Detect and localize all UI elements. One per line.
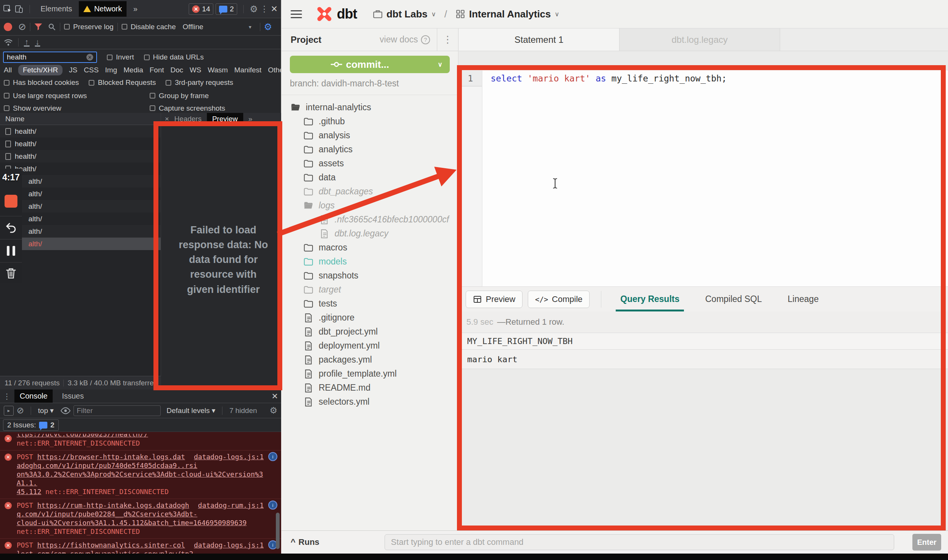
editor-tab-dbt-log-legacy[interactable]: dbt.log.legacy (619, 28, 780, 51)
type-filter-manifest[interactable]: Manifest (234, 66, 261, 74)
commit-button[interactable]: commit... ∨ (290, 56, 450, 73)
console-error-entry[interactable]: ✕▶POST https://browser-http-intake.logs.… (0, 451, 281, 499)
console-kebab-icon[interactable]: ⋮ (3, 392, 11, 401)
request-url-link[interactable]: on%3A3.0.2%2Cenv%3Aprod%2Cservice%3Adbt-… (17, 470, 263, 487)
tree-item-packages.yml[interactable]: packages.yml (282, 353, 458, 367)
network-settings-gear-icon[interactable]: ⚙ (264, 22, 272, 32)
request-url-link[interactable]: 45.112 (17, 488, 41, 496)
checkbox[interactable] (89, 80, 94, 86)
request-url-link[interactable]: cloud-ui%2Cversion%3A1.1.45.112&batch_ti… (17, 519, 247, 527)
request-url-link[interactable]: https://browser-http-intake.logs.dat (37, 453, 185, 461)
type-filter-all[interactable]: All (4, 66, 12, 74)
restart-recording-button[interactable] (0, 216, 22, 239)
checkbox[interactable] (4, 80, 9, 86)
console-error-entry[interactable]: ✕▶POST https://fishtownanalytics.sinter-… (0, 539, 281, 554)
issue-info-icon[interactable]: i (268, 501, 277, 510)
tree-item-logs[interactable]: logs (282, 199, 458, 213)
console-settings-gear-icon[interactable]: ⚙ (269, 405, 277, 416)
request-row[interactable]: health/ (0, 138, 161, 150)
eye-icon[interactable] (61, 407, 70, 414)
editor-tab-statement-1[interactable]: Statement 1 (459, 28, 619, 51)
tree-item-dbt.log.legacy[interactable]: dbt.log.legacy (282, 227, 458, 241)
issues-count-badge[interactable]: 2 (216, 3, 237, 15)
sidebar-kebab-icon[interactable]: ⋮ (437, 28, 458, 51)
tab-elements[interactable]: Elements (36, 1, 77, 17)
import-har-icon[interactable]: ↑ (24, 38, 30, 47)
result-tab-query-results[interactable]: Query Results (620, 294, 679, 304)
pause-recording-button[interactable] (0, 239, 22, 262)
request-url-link[interactable]: adoghq.com/v1/input/pub740de5f405dcdaa9.… (17, 461, 197, 469)
tree-item-analysis[interactable]: analysis (282, 128, 458, 142)
type-filter-media[interactable]: Media (124, 66, 143, 74)
console-context-select[interactable]: top ▾ (38, 406, 53, 415)
account-switcher[interactable]: dbt Labs∨ (373, 8, 436, 20)
result-tab-lineage[interactable]: Lineage (788, 294, 819, 304)
console-error-entry[interactable]: ✕ttps://dcvc.cou/b30023//health//net::ER… (0, 432, 281, 451)
stop-recording-button[interactable] (0, 187, 22, 216)
type-filter-fetchxhr[interactable]: Fetch/XHR (18, 65, 63, 75)
issues-chip[interactable]: 2 Issues: 2 (3, 419, 59, 431)
console-error-entry[interactable]: ✕▶POST https://rum-http-intake.logs.data… (0, 499, 281, 539)
device-toolbar-icon[interactable] (14, 5, 23, 14)
dbt-command-input[interactable]: Start typing to enter a dbt command (385, 534, 894, 550)
type-filter-css[interactable]: CSS (84, 66, 99, 74)
network-conditions-icon[interactable] (4, 39, 13, 46)
tree-item-models[interactable]: models (282, 255, 458, 269)
tree-item-tests[interactable]: tests (282, 297, 458, 311)
request-row[interactable]: alth/ (0, 175, 161, 188)
inspect-icon[interactable] (3, 5, 12, 14)
preview-button[interactable]: Preview (466, 291, 522, 308)
checkbox[interactable] (150, 93, 155, 99)
tree-item-analytics[interactable]: analytics (282, 142, 458, 156)
hamburger-menu-icon[interactable] (291, 8, 302, 20)
tree-item-data[interactable]: data (282, 171, 458, 185)
request-row[interactable]: alth/ (0, 225, 161, 238)
request-url-link[interactable]: q.com/v1/input/pube02284__d%2Cservice%3A… (17, 510, 197, 518)
tree-item-deployment.yml[interactable]: deployment.yml (282, 339, 458, 353)
request-row[interactable]: alth/ (0, 188, 161, 200)
commit-dropdown-chevron[interactable]: ∨ (430, 56, 450, 73)
more-tabs-chevron[interactable]: » (129, 1, 142, 17)
source-location-link[interactable]: datadog-logs.js:1 (194, 541, 264, 549)
project-switcher[interactable]: Internal Analytics∨ (455, 8, 559, 20)
type-filter-doc[interactable]: Doc (171, 66, 183, 74)
checkbox[interactable] (4, 105, 9, 111)
request-row[interactable]: alth/ (0, 238, 161, 250)
name-column-header[interactable]: Name (0, 113, 161, 125)
console-filter-input[interactable]: Filter (74, 405, 161, 416)
console-sidebar-icon[interactable]: ▸ (4, 406, 14, 416)
tab-preview[interactable]: Preview (207, 113, 243, 125)
throttling-chevron-icon[interactable]: ▾ (249, 24, 252, 30)
tree-item-.gitignore[interactable]: .gitignore (282, 311, 458, 325)
tree-item-internal-analytics[interactable]: internal-analytics (282, 100, 458, 114)
network-filter-input[interactable]: health ✕ (3, 52, 97, 63)
request-row[interactable]: health/ (0, 163, 161, 175)
log-levels-select[interactable]: Default levels ▾ (167, 406, 216, 415)
error-count-badge[interactable]: ✕14 (189, 3, 213, 15)
tree-item-assets[interactable]: assets (282, 156, 458, 171)
more-response-tabs-chevron[interactable]: » (249, 115, 253, 123)
request-url-link[interactable]: ttps://dcvc.cou/b30023//health// (17, 434, 266, 438)
clear-console-icon[interactable]: ⊘ (17, 405, 24, 416)
request-url-link[interactable]: lect.com/com.snowplowanalytics.snowplow/… (17, 550, 193, 554)
source-location-link[interactable]: datadog-logs.js:1 (194, 452, 264, 461)
enter-button[interactable]: Enter (912, 534, 941, 551)
hide-data-urls-checkbox[interactable] (144, 55, 150, 60)
checkbox[interactable] (4, 93, 9, 99)
tree-item-profile_template.yml[interactable]: profile_template.yml (282, 367, 458, 381)
tab-network[interactable]: Network (79, 1, 126, 17)
tree-item-.nfc3665c416bfecb1000000cf[interactable]: .nfc3665c416bfecb1000000cf (282, 213, 458, 227)
compile-button[interactable]: </> Compile (528, 291, 590, 308)
tree-item-macros[interactable]: macros (282, 241, 458, 255)
code-editor[interactable]: 1 select 'mario kart' as my_life_right_n… (459, 70, 948, 286)
tree-item-.github[interactable]: .github (282, 114, 458, 128)
preserve-log-checkbox[interactable] (64, 24, 70, 30)
search-icon[interactable] (48, 23, 56, 31)
close-response-icon[interactable]: × (165, 115, 169, 123)
record-icon[interactable] (4, 23, 12, 31)
checkbox[interactable] (150, 105, 155, 111)
source-location-link[interactable]: datadog-rum.js:1 (198, 501, 264, 510)
clear-filter-icon[interactable]: ✕ (86, 54, 93, 61)
tree-item-selectors.yml[interactable]: selectors.yml (282, 395, 458, 409)
filter-funnel-icon[interactable] (34, 23, 42, 31)
